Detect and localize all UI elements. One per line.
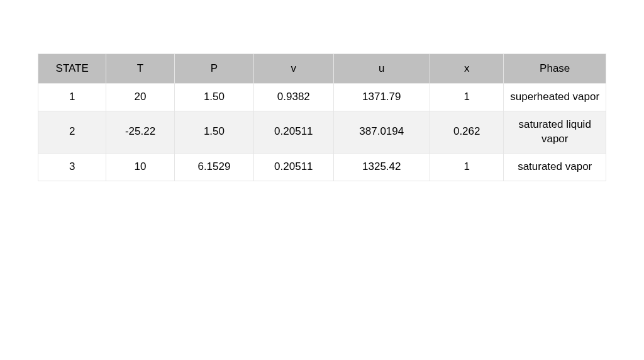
cell-phase: saturated liquid vapor xyxy=(504,111,606,153)
cell-p: 1.50 xyxy=(174,111,253,153)
header-state: STATE xyxy=(38,54,106,84)
cell-p: 1.50 xyxy=(174,84,253,111)
cell-u: 1371.79 xyxy=(333,84,430,111)
cell-u: 387.0194 xyxy=(333,111,430,153)
cell-state: 3 xyxy=(38,153,106,181)
cell-t: 10 xyxy=(106,153,174,181)
header-p: P xyxy=(174,54,253,84)
cell-x: 1 xyxy=(430,153,504,181)
header-phase: Phase xyxy=(504,54,606,84)
cell-phase: saturated vapor xyxy=(504,153,606,181)
cell-t: 20 xyxy=(106,84,174,111)
cell-phase: superheated vapor xyxy=(504,84,606,111)
table-row: 2 -25.22 1.50 0.20511 387.0194 0.262 sat… xyxy=(38,111,606,153)
cell-state: 2 xyxy=(38,111,106,153)
thermo-states-table: STATE T P v u x Phase 1 20 1.50 0.9382 1… xyxy=(38,53,606,181)
cell-u: 1325.42 xyxy=(333,153,430,181)
cell-v: 0.20511 xyxy=(254,111,333,153)
header-x: x xyxy=(430,54,504,84)
header-t: T xyxy=(106,54,174,84)
header-v: v xyxy=(254,54,333,84)
cell-t: -25.22 xyxy=(106,111,174,153)
table-row: 1 20 1.50 0.9382 1371.79 1 superheated v… xyxy=(38,84,606,111)
header-u: u xyxy=(333,54,430,84)
cell-x: 1 xyxy=(430,84,504,111)
header-row: STATE T P v u x Phase xyxy=(38,54,606,84)
cell-state: 1 xyxy=(38,84,106,111)
cell-p: 6.1529 xyxy=(174,153,253,181)
cell-x: 0.262 xyxy=(430,111,504,153)
cell-v: 0.9382 xyxy=(254,84,333,111)
cell-v: 0.20511 xyxy=(254,153,333,181)
table-row: 3 10 6.1529 0.20511 1325.42 1 saturated … xyxy=(38,153,606,181)
